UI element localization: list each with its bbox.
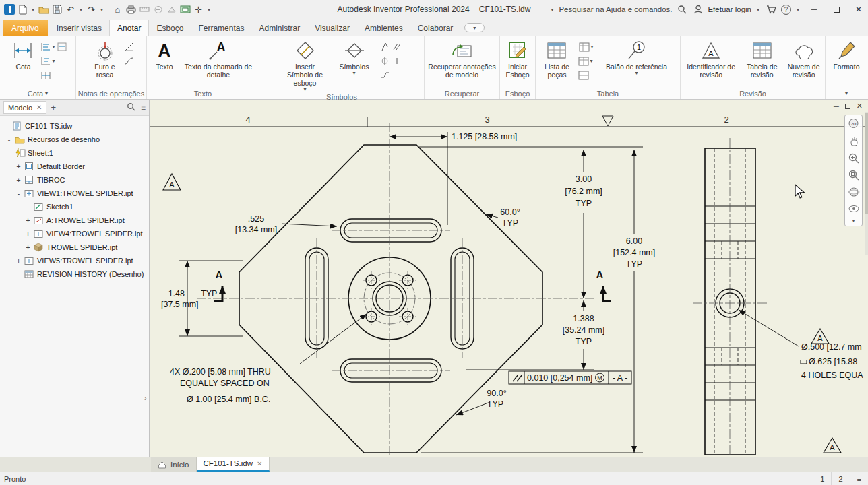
- new-file-icon[interactable]: [16, 2, 29, 17]
- minimize-button[interactable]: ─: [805, 1, 824, 18]
- parts-list-button[interactable]: Lista de peças: [540, 38, 574, 79]
- side-hole-callout[interactable]: Ø.500 [12.7 mm Ø.625 [15.88 4 HOLES EQUA: [739, 310, 863, 380]
- ribbon-display-toggle[interactable]: ▾: [464, 23, 485, 32]
- browser-menu-icon[interactable]: ≡: [141, 103, 146, 112]
- home-icon[interactable]: ⌂: [111, 2, 124, 17]
- tree-item-sketch1[interactable]: Sketch1: [0, 200, 149, 214]
- svg-text:Ø.500 [12.7 mm[interactable]: Ø.500 [12.7 mm: [801, 342, 862, 352]
- tab-esboco[interactable]: Esboço: [149, 20, 191, 36]
- balloon-button[interactable]: 1 Balão de referência ▾: [598, 38, 676, 77]
- svg-text:TYP[interactable]: TYP: [576, 337, 592, 346]
- feature-control-frame[interactable]: 0.010 [0,254 mm] M - A -: [509, 371, 631, 384]
- tree-item-view5[interactable]: + VIEW5:TROWEL SPIDER.ipt: [0, 254, 149, 267]
- tree-item-revision-history[interactable]: REVISION HISTORY (Desenho): [0, 267, 149, 281]
- new-file-caret[interactable]: ▾: [30, 7, 36, 13]
- svg-text:4X Ø.200 [5.08 mm] THRU[interactable]: 4X Ø.200 [5.08 mm] THRU: [170, 367, 271, 377]
- zoom-window-icon[interactable]: [846, 168, 861, 182]
- browser-collapse-handle[interactable]: ›: [144, 394, 151, 405]
- expander-icon[interactable]: +: [24, 230, 32, 238]
- doc-tab-close-icon[interactable]: ✕: [257, 460, 262, 467]
- expander-icon[interactable]: -: [5, 150, 13, 157]
- undo-caret[interactable]: ▾: [78, 7, 84, 13]
- expander-icon[interactable]: +: [24, 244, 32, 251]
- search-icon[interactable]: [675, 2, 688, 17]
- quick-access-caret[interactable]: ▾: [206, 7, 212, 13]
- tab-ferramentas[interactable]: Ferramentas: [191, 20, 251, 36]
- svg-text:4 HOLES EQUA[interactable]: 4 HOLES EQUA: [801, 370, 863, 380]
- status-menu-icon[interactable]: ≡: [850, 472, 868, 485]
- dimension-300[interactable]: 3.00 [76.2 mm] TYP: [419, 147, 643, 298]
- zoom-icon[interactable]: [846, 151, 861, 165]
- svg-text:TYP[interactable]: TYP: [502, 218, 518, 228]
- tab-arquivo[interactable]: Arquivo: [3, 20, 48, 36]
- user-icon[interactable]: [691, 2, 704, 17]
- general-dimension-button[interactable]: Cota: [7, 38, 38, 71]
- datum-triangle-side-1[interactable]: A: [811, 329, 829, 344]
- fcf-value[interactable]: 0.010 [0,254 mm]: [527, 373, 592, 383]
- weld-caterpillar-icon[interactable]: [392, 41, 403, 53]
- tree-item-section-view-a[interactable]: + A:TROWEL SPIDER.ipt: [0, 214, 149, 227]
- chain-dimension-icon[interactable]: [40, 69, 51, 81]
- svg-text:60.0°[interactable]: 60.0°: [500, 207, 520, 217]
- ordinate-dimension-icon[interactable]: [40, 55, 51, 67]
- section-marks[interactable]: A A: [214, 269, 611, 301]
- doc-minimize-icon[interactable]: ─: [834, 102, 839, 110]
- tree-item-view1[interactable]: - VIEW1:TROWEL SPIDER.ipt: [0, 187, 149, 200]
- text-button[interactable]: A Texto: [150, 38, 179, 71]
- svg-text:EQUALLY SPACED ON[interactable]: EQUALLY SPACED ON: [180, 379, 270, 388]
- tab-document[interactable]: CF101-TS.idw ✕: [197, 457, 270, 472]
- browser-tab-close-icon[interactable]: ✕: [36, 104, 42, 111]
- doc-close-icon[interactable]: ✕: [857, 102, 863, 110]
- tab-visualizar[interactable]: Visualizar: [307, 20, 357, 36]
- navigation-wheel-icon[interactable]: 2D: [846, 117, 861, 131]
- svg-text:1.48[interactable]: 1.48: [168, 289, 185, 298]
- balloon-caret[interactable]: ▾: [635, 71, 638, 76]
- symbols-caret[interactable]: ▾: [352, 71, 355, 76]
- svg-text:Ø 1.00 [25.4 mm] B.C.[interactable]: Ø 1.00 [25.4 mm] B.C.: [187, 395, 270, 404]
- sheet-number-2[interactable]: 2: [831, 472, 849, 485]
- material-icon[interactable]: [152, 2, 164, 17]
- datum-triangle-side-2[interactable]: A: [824, 438, 841, 453]
- baseline-dimension-caret[interactable]: ▾: [52, 44, 55, 50]
- svg-text:TYP[interactable]: TYP: [576, 199, 592, 208]
- expander-icon[interactable]: +: [15, 176, 22, 184]
- arrange-dimension-icon[interactable]: [57, 41, 68, 53]
- drawing-sheet[interactable]: 4 3 2: [150, 100, 868, 457]
- svg-text:[76.2 mm][interactable]: [76.2 mm]: [565, 187, 602, 196]
- help-icon[interactable]: ?: [781, 5, 791, 15]
- side-view[interactable]: [693, 138, 768, 457]
- tab-inicio[interactable]: Início: [151, 457, 197, 472]
- open-file-icon[interactable]: [37, 2, 50, 17]
- look-at-icon[interactable]: [846, 201, 861, 216]
- tree-item-sheet1[interactable]: - Sheet:1: [0, 146, 149, 160]
- tree-item-part[interactable]: + TROWEL SPIDER.ipt: [0, 240, 149, 254]
- format-button[interactable]: Formato: [828, 38, 865, 71]
- dimension-90deg[interactable]: 90.0° TYP: [456, 389, 507, 415]
- expander-icon[interactable]: +: [15, 257, 22, 265]
- svg-text:TYP[interactable]: TYP: [201, 289, 217, 298]
- add-tool-icon[interactable]: ✛: [192, 2, 205, 17]
- tab-anotar[interactable]: Anotar: [109, 20, 149, 36]
- retrieve-annotations-button[interactable]: Recuperar anotações de modelo: [427, 38, 497, 79]
- datum-identifier-icon[interactable]: [392, 55, 403, 67]
- chamfer-note-icon[interactable]: [124, 41, 135, 53]
- dimension-60deg[interactable]: 60.0° TYP: [486, 207, 520, 228]
- doc-restore-icon[interactable]: [845, 104, 850, 109]
- browser-tab-modelo[interactable]: Modelo ✕: [3, 101, 46, 114]
- store-cart-icon[interactable]: [765, 2, 778, 17]
- revision-table-button[interactable]: Tabela de revisão: [742, 38, 782, 79]
- panel-formato-flyout-caret[interactable]: ▾: [845, 91, 848, 96]
- svg-text:Ø.625 [15.88[interactable]: Ø.625 [15.88: [809, 357, 857, 366]
- section-label-left[interactable]: A: [216, 269, 223, 280]
- leader-text-button[interactable]: A Texto da chamada de detalhe: [181, 38, 256, 79]
- help-caret[interactable]: ▾: [795, 7, 801, 13]
- start-sketch-button[interactable]: Iniciar Esboço: [502, 38, 533, 79]
- login-caret[interactable]: ▾: [755, 7, 762, 13]
- hole-table-caret[interactable]: ▾: [590, 44, 593, 50]
- canvas-scrollbar[interactable]: [865, 112, 868, 255]
- tab-inserir-vistas[interactable]: Inserir vistas: [49, 20, 109, 36]
- save-icon[interactable]: [51, 2, 63, 17]
- general-table-icon[interactable]: [578, 55, 589, 67]
- baseline-dimension-icon[interactable]: [40, 41, 51, 53]
- ordinate-dimension-caret[interactable]: ▾: [52, 59, 55, 64]
